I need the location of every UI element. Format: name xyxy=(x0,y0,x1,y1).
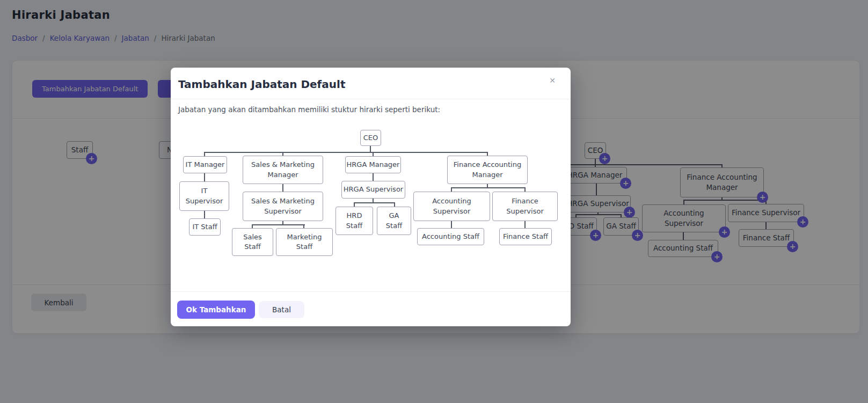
org-node-label: Sales & Marketing xyxy=(251,196,315,206)
chart-connector xyxy=(204,211,205,218)
chart-connector xyxy=(252,224,253,228)
accounting-supervisor-node: AccountingSupervisor xyxy=(413,192,490,221)
hrga-supervisor-node: HRGA Supervisor xyxy=(341,181,405,199)
it-manager-node: IT Manager xyxy=(183,156,227,173)
finance-accounting-manager-node: Finance AccountingManager xyxy=(447,156,528,184)
chart-connector xyxy=(370,146,371,152)
hrga-manager-node: HRGA Manager xyxy=(345,156,401,173)
org-node-label: CEO xyxy=(363,133,378,143)
ok-tambahkan-button[interactable]: Ok Tambahkan xyxy=(177,301,255,319)
chart-connector xyxy=(373,173,374,181)
org-node-label: Manager xyxy=(472,170,503,180)
org-node-label: Staff xyxy=(244,242,260,252)
org-node-label: Sales & Marketing xyxy=(251,160,315,170)
org-node-label: Sales xyxy=(243,232,262,242)
org-node-label: HRGA Manager xyxy=(347,160,400,170)
org-node-label: Staff xyxy=(346,221,362,231)
ga-staff-node: GAStaff xyxy=(377,207,411,235)
chart-connector xyxy=(252,224,305,225)
hrd-staff-node: HRDStaff xyxy=(335,207,373,235)
modal-org-chart: CEOIT ManagerSales & MarketingManagerHRG… xyxy=(171,68,571,326)
org-node-label: IT Staff xyxy=(192,222,217,232)
chart-connector xyxy=(354,202,355,207)
sales-marketing-supervisor-node: Sales & MarketingSupervisor xyxy=(243,192,323,221)
chart-connector xyxy=(524,187,526,192)
finance-supervisor-node: FinanceSupervisor xyxy=(492,192,558,221)
org-node-label: IT Manager xyxy=(186,160,225,170)
org-node-label: Finance xyxy=(512,196,538,206)
chart-connector xyxy=(204,152,205,156)
chart-connector xyxy=(394,202,395,207)
chart-connector xyxy=(451,187,526,188)
org-node-label: HRD xyxy=(347,211,362,221)
accounting-staff-node: Accounting Staff xyxy=(417,228,484,245)
org-node-label: Supervisor xyxy=(433,207,470,216)
org-node-label: HRGA Supervisor xyxy=(344,185,403,194)
org-node-label: Supervisor xyxy=(264,207,301,216)
marketing-staff-node: MarketingStaff xyxy=(276,228,333,256)
org-node-label: Accounting xyxy=(432,196,471,206)
chart-connector xyxy=(303,224,304,228)
add-default-jabatan-modal: Tambahkan Jabatan Default ✕ Jabatan yang… xyxy=(171,68,571,326)
org-node-label: Supervisor xyxy=(506,207,543,216)
org-node-label: Supervisor xyxy=(186,196,223,206)
chart-connector xyxy=(282,184,283,192)
finance-staff-node: Finance Staff xyxy=(499,228,552,245)
sales-staff-node: SalesStaff xyxy=(232,228,273,256)
org-node-label: Staff xyxy=(296,242,312,252)
org-node-label: Manager xyxy=(268,170,298,180)
sales-marketing-manager-node: Sales & MarketingManager xyxy=(243,156,323,184)
chart-connector xyxy=(524,221,526,228)
batal-button[interactable]: Batal xyxy=(259,301,304,318)
org-node-label: IT xyxy=(201,186,208,196)
it-staff-node: IT Staff xyxy=(189,218,221,236)
org-node-label: Marketing xyxy=(287,232,322,242)
org-node-label: Accounting Staff xyxy=(422,232,479,241)
modal-footer-divider xyxy=(171,291,571,292)
chart-connector xyxy=(204,173,205,181)
chart-connector xyxy=(373,152,374,156)
org-node-label: Finance Staff xyxy=(503,232,548,241)
org-node-label: Staff xyxy=(386,221,402,231)
ceo-node: CEO xyxy=(360,130,381,146)
chart-connector xyxy=(451,187,452,192)
chart-connector xyxy=(451,221,452,228)
chart-connector xyxy=(354,202,395,203)
org-node-label: GA xyxy=(389,211,399,221)
chart-connector xyxy=(205,152,488,153)
it-supervisor-node: ITSupervisor xyxy=(179,181,229,211)
org-node-label: Finance Accounting xyxy=(454,160,521,170)
